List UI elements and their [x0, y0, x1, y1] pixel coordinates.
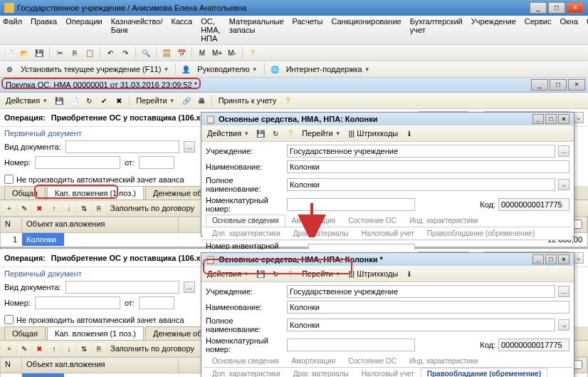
doc-help-icon[interactable]: ? — [281, 94, 294, 107]
calendar-icon[interactable]: 📅 — [175, 46, 188, 59]
set-institution-button[interactable]: Установить текущее учреждение (F11)▼ — [18, 65, 172, 73]
document-titlebar: Покупка ОС, НМА 00000001 от 31.03.2016 2… — [0, 78, 588, 93]
nomen-input[interactable] — [287, 198, 415, 211]
menu-edit[interactable]: Правка — [31, 17, 57, 43]
find-icon[interactable]: 🔍 — [140, 46, 152, 59]
close-button[interactable]: × — [567, 2, 584, 14]
menu-cash[interactable]: Касса — [172, 17, 193, 43]
grid-delete-icon[interactable]: ✖ — [33, 202, 46, 215]
globe-icon[interactable]: 🌐 — [268, 63, 281, 76]
fill-contract-button[interactable]: Заполнить по договору — [107, 204, 197, 212]
subtab-amort[interactable]: Амортизация — [285, 215, 342, 227]
doc-refresh-icon[interactable]: ↻ — [83, 94, 95, 107]
panel1-info-icon[interactable]: ℹ — [403, 127, 416, 140]
subtab-state[interactable]: Состояние ОС — [342, 215, 403, 227]
go-button[interactable]: Перейти▼ — [133, 96, 178, 105]
menu-os-nma[interactable]: ОС, НМА, НПА — [201, 17, 221, 43]
auto-advance-checkbox-2[interactable] — [4, 315, 14, 324]
tool-m-icon[interactable]: M — [196, 46, 209, 59]
menu-file[interactable]: Файл — [3, 17, 22, 43]
doc-type-input[interactable] — [65, 140, 179, 153]
subtab-rights-2[interactable]: Правообладание (обременение) — [421, 368, 547, 377]
doc-approve-icon[interactable]: ✔ — [98, 94, 110, 107]
tab-general[interactable]: Общая — [4, 186, 46, 200]
tab-kap[interactable]: Кап. вложения (1 поз.) — [47, 186, 144, 200]
actions-button[interactable]: Действия▼ — [3, 96, 51, 105]
open-icon[interactable]: 📂 — [18, 46, 31, 59]
tab-general-2[interactable]: Общая — [4, 326, 46, 340]
fullname-expand-icon[interactable]: ⌵ — [558, 179, 569, 190]
subtab-ind[interactable]: Инд. характеристики — [403, 215, 484, 227]
grid-down-icon[interactable]: ↓ — [63, 202, 75, 215]
menu-materials[interactable]: Материальные запасы — [229, 17, 284, 43]
minimize-button[interactable]: _ — [530, 2, 547, 14]
panel1-help-icon[interactable]: ? — [284, 127, 297, 140]
leader-button[interactable]: Руководителю▼ — [194, 65, 260, 73]
maximize-button[interactable]: □ — [548, 2, 565, 14]
inst-input[interactable] — [287, 145, 555, 157]
menu-windows[interactable]: Окна — [560, 17, 578, 43]
panel1-actions[interactable]: Действия▼ — [204, 129, 252, 138]
menu-accounting[interactable]: Бухгалтерский учет — [410, 17, 463, 43]
tool-mplus-icon[interactable]: M+ — [211, 46, 224, 59]
grid-sort-icon[interactable]: ⇅ — [78, 202, 90, 215]
cut-icon[interactable]: ✂ — [53, 46, 66, 59]
help-icon[interactable]: ? — [246, 46, 259, 59]
subtab-rights[interactable]: Правообладание (обременение) — [421, 227, 541, 239]
user-icon[interactable]: 👤 — [179, 63, 192, 76]
grid-add-icon[interactable]: + — [3, 202, 16, 215]
doc-new-icon[interactable]: 📄 — [68, 94, 80, 107]
fullname-input[interactable] — [287, 178, 555, 191]
name-input[interactable] — [287, 160, 569, 173]
menu-institution[interactable]: Учреждение — [471, 17, 516, 43]
inst-icon[interactable]: ⚙ — [3, 63, 16, 76]
subtab-extra[interactable]: Доп. характеристики — [206, 227, 287, 239]
doc-reject-icon[interactable]: ✖ — [112, 94, 125, 107]
panel1-max[interactable]: □ — [545, 114, 557, 124]
auto-advance-checkbox[interactable] — [4, 175, 14, 184]
menu-operations[interactable]: Операции — [65, 17, 102, 43]
doc-link-icon[interactable]: 🔗 — [180, 94, 193, 107]
save-icon[interactable]: 💾 — [33, 46, 46, 59]
from-input[interactable] — [139, 156, 174, 169]
subtab-tax[interactable]: Налоговый учет — [355, 227, 421, 239]
accept-button[interactable]: Принять к учету — [216, 96, 280, 105]
paste-icon[interactable]: 📋 — [83, 46, 96, 59]
doc-maximize-button[interactable]: □ — [550, 79, 567, 91]
doc-type-input-2[interactable] — [65, 281, 179, 294]
menu-sanction[interactable]: Санкционирование — [331, 17, 401, 43]
subtab-precious[interactable]: Драг. материалы — [287, 227, 355, 239]
doc-minimize-button[interactable]: _ — [531, 79, 548, 91]
tool-mminus-icon[interactable]: M- — [226, 46, 238, 59]
doc-print-icon[interactable]: 🖶 — [195, 94, 208, 107]
doc-type-select-icon[interactable]: … — [184, 141, 195, 153]
redo-icon[interactable]: ↷ — [119, 46, 132, 59]
calc-icon[interactable]: 🧮 — [160, 46, 173, 59]
new-icon[interactable]: 📄 — [3, 46, 16, 59]
doc-save-icon[interactable]: 💾 — [53, 94, 65, 107]
subtab-main[interactable]: Основные сведения — [206, 215, 285, 227]
panel1-refresh-icon[interactable]: ↻ — [269, 127, 282, 140]
grid-edit-icon[interactable]: ✎ — [18, 202, 31, 215]
panel1-go[interactable]: Перейти▼ — [299, 129, 344, 138]
doc-close-button[interactable]: × — [568, 79, 585, 91]
inst-select-icon[interactable]: … — [558, 145, 569, 157]
panel2-min[interactable]: _ — [532, 254, 544, 264]
internet-support-button[interactable]: Интернет-поддержка▼ — [283, 65, 373, 73]
num2-input-2[interactable] — [35, 296, 120, 309]
grid-up-icon[interactable]: ↑ — [48, 202, 61, 215]
copy-icon[interactable]: ⎘ — [68, 46, 81, 59]
menu-service[interactable]: Сервис — [525, 17, 552, 43]
panel2-close[interactable]: × — [558, 254, 569, 264]
panel1-min[interactable]: _ — [532, 114, 544, 124]
menu-treasury[interactable]: Казначейство/Банк — [111, 17, 163, 43]
grid-copy-icon[interactable]: ⎘ — [93, 202, 105, 215]
panel1-close[interactable]: × — [558, 114, 569, 124]
menu-calc[interactable]: Расчеты — [293, 17, 323, 43]
panel1-barcodes[interactable]: ||| Штрихкоды — [346, 129, 401, 138]
panel1-save-icon[interactable]: 💾 — [254, 127, 267, 140]
tab-kap-2[interactable]: Кап. вложения (1 поз.) — [47, 326, 144, 340]
undo-icon[interactable]: ↶ — [104, 46, 117, 59]
panel2-max[interactable]: □ — [545, 254, 557, 264]
num2-input[interactable] — [35, 156, 120, 169]
